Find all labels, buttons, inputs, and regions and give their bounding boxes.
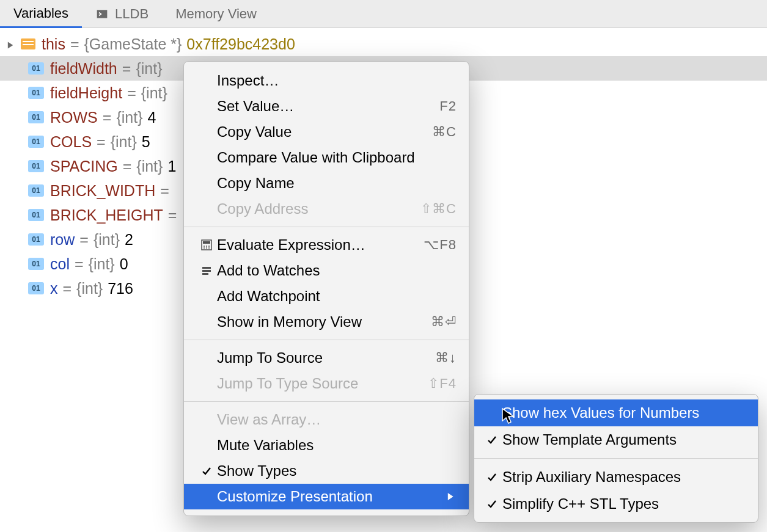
submenu-item-show-template[interactable]: Show Template Arguments bbox=[474, 426, 758, 453]
var-type: {int} bbox=[136, 158, 163, 175]
svg-point-8 bbox=[208, 247, 210, 249]
menu-item-compare-clipboard[interactable]: Compare Value with Clipboard bbox=[184, 145, 469, 170]
primitive-int-icon: 01 bbox=[28, 111, 44, 123]
svg-point-6 bbox=[204, 247, 205, 249]
primitive-int-icon: 01 bbox=[28, 87, 44, 99]
equals: = bbox=[79, 231, 89, 249]
primitive-int-icon: 01 bbox=[28, 160, 44, 172]
var-value: 716 bbox=[108, 280, 133, 297]
var-value: 4 bbox=[148, 109, 156, 126]
equals: = bbox=[123, 158, 132, 175]
menu-item-show-memory[interactable]: Show in Memory View⌘⏎ bbox=[184, 309, 469, 335]
menu-item-copy-value[interactable]: Copy Value⌘C bbox=[184, 119, 469, 145]
primitive-int-icon: 01 bbox=[28, 233, 44, 246]
menu-separator bbox=[184, 401, 469, 402]
svg-rect-0 bbox=[97, 10, 108, 18]
var-type: {int} bbox=[89, 255, 115, 273]
tab-memory-view[interactable]: Memory View bbox=[162, 0, 270, 27]
primitive-int-icon: 01 bbox=[28, 209, 44, 221]
menu-item-mute-variables[interactable]: Mute Variables bbox=[184, 432, 469, 458]
shortcut: ⌥F8 bbox=[424, 237, 457, 253]
submenu-item-show-hex[interactable]: Show hex Values for Numbers bbox=[474, 399, 758, 426]
shortcut: ⌘C bbox=[432, 124, 457, 140]
variable-row-this[interactable]: this = {GameState *} 0x7ff29bc423d0 bbox=[0, 32, 767, 56]
chevron-right-icon[interactable] bbox=[6, 35, 17, 53]
menu-item-add-watchpoint[interactable]: Add Watchpoint bbox=[184, 283, 469, 309]
shortcut: ⇧F4 bbox=[428, 376, 457, 392]
var-type: {int} bbox=[136, 60, 162, 78]
equals: = bbox=[63, 280, 72, 297]
checkmark-icon bbox=[482, 498, 502, 510]
tab-variables[interactable]: Variables bbox=[0, 1, 82, 28]
var-value: 0x7ff29bc423d0 bbox=[186, 35, 295, 53]
menu-item-evaluate[interactable]: Evaluate Expression…⌥F8 bbox=[184, 232, 469, 258]
var-name: row bbox=[50, 231, 75, 249]
customize-presentation-submenu: Show hex Values for Numbers Show Templat… bbox=[474, 394, 758, 523]
equals: = bbox=[127, 84, 136, 102]
submenu-arrow-icon bbox=[447, 493, 457, 500]
var-value: 5 bbox=[142, 133, 150, 151]
primitive-int-icon: 01 bbox=[28, 62, 44, 75]
menu-item-show-types[interactable]: Show Types bbox=[184, 458, 469, 484]
shortcut: ⌘↓ bbox=[435, 350, 457, 366]
var-type: {int} bbox=[111, 133, 137, 151]
menu-item-view-as-array: View as Array… bbox=[184, 407, 469, 432]
tab-lldb[interactable]: LLDB bbox=[82, 0, 162, 27]
shortcut: ⇧⌘C bbox=[420, 201, 457, 217]
shortcut: F2 bbox=[439, 98, 457, 114]
primitive-int-icon: 01 bbox=[28, 184, 44, 197]
var-name: this bbox=[42, 35, 65, 53]
primitive-int-icon: 01 bbox=[28, 282, 44, 294]
equals: = bbox=[122, 60, 131, 78]
tab-variables-label: Variables bbox=[13, 5, 68, 21]
equals: = bbox=[103, 109, 112, 126]
primitive-int-icon: 01 bbox=[28, 258, 44, 270]
menu-item-copy-address: Copy Address⇧⌘C bbox=[184, 196, 469, 222]
menu-item-inspect[interactable]: Inspect… bbox=[184, 68, 469, 93]
var-type: {int} bbox=[116, 109, 142, 126]
var-value: 2 bbox=[125, 231, 133, 249]
equals: = bbox=[160, 182, 169, 200]
var-type: {int} bbox=[94, 231, 120, 249]
var-name: fieldHeight bbox=[50, 84, 122, 102]
svg-rect-11 bbox=[202, 273, 208, 275]
equals: = bbox=[75, 255, 84, 273]
equals: = bbox=[97, 133, 106, 151]
context-menu: Inspect… Set Value…F2 Copy Value⌘C Compa… bbox=[183, 61, 469, 516]
mouse-cursor-icon bbox=[501, 407, 515, 428]
tab-lldb-label: LLDB bbox=[115, 6, 149, 22]
tab-memory-label: Memory View bbox=[175, 6, 257, 22]
equals: = bbox=[70, 35, 79, 53]
var-type: {GameState *} bbox=[84, 35, 182, 53]
svg-point-4 bbox=[206, 246, 207, 247]
svg-point-7 bbox=[206, 247, 207, 249]
checkmark-icon bbox=[482, 471, 502, 483]
primitive-int-icon: 01 bbox=[28, 136, 44, 148]
checkmark-icon bbox=[482, 434, 502, 446]
var-name: COLS bbox=[50, 133, 92, 151]
svg-rect-10 bbox=[202, 270, 211, 272]
menu-item-add-watches[interactable]: Add to Watches bbox=[184, 258, 469, 283]
menu-item-set-value[interactable]: Set Value…F2 bbox=[184, 93, 469, 119]
var-name: fieldWidth bbox=[50, 60, 117, 78]
var-name: x bbox=[50, 280, 58, 297]
menu-item-customize-presentation[interactable]: Customize Presentation bbox=[184, 484, 469, 509]
object-icon bbox=[21, 38, 35, 49]
shortcut: ⌘⏎ bbox=[431, 314, 457, 330]
svg-point-3 bbox=[204, 246, 205, 247]
var-type: {int} bbox=[76, 280, 103, 297]
menu-item-copy-name[interactable]: Copy Name bbox=[184, 170, 469, 196]
submenu-item-simplify-stl[interactable]: Simplify C++ STL Types bbox=[474, 490, 758, 517]
menu-item-jump-source[interactable]: Jump To Source⌘↓ bbox=[184, 345, 469, 371]
var-type: {int} bbox=[141, 84, 167, 102]
svg-point-5 bbox=[208, 246, 210, 247]
var-value: 0 bbox=[120, 255, 128, 273]
menu-item-jump-type-source: Jump To Type Source⇧F4 bbox=[184, 371, 469, 396]
checkmark-icon bbox=[196, 465, 217, 477]
var-value: 1 bbox=[167, 158, 176, 175]
calculator-icon bbox=[196, 239, 217, 251]
var-name: BRICK_HEIGHT bbox=[50, 206, 163, 224]
submenu-item-strip-ns[interactable]: Strip Auxiliary Namespaces bbox=[474, 464, 758, 490]
menu-separator bbox=[184, 340, 469, 340]
var-name: BRICK_WIDTH bbox=[50, 182, 155, 200]
